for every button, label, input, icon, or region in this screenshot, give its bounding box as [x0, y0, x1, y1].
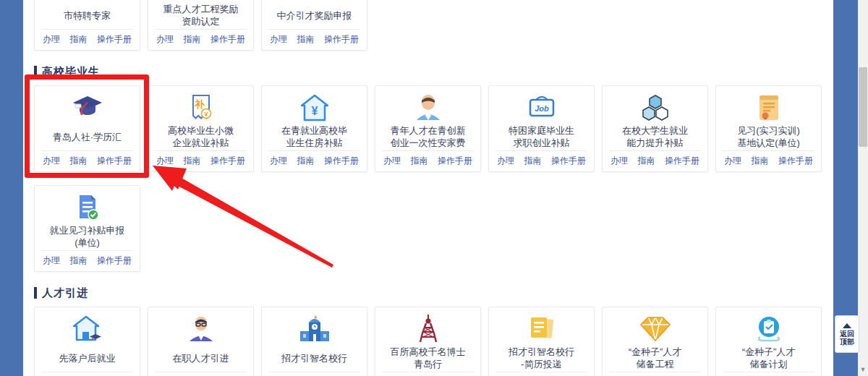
manual-link[interactable]: 操作手册 [97, 155, 132, 167]
service-card[interactable]: 招才引智名校行 办理指南操作手册 [261, 307, 367, 376]
manual-link[interactable]: 操作手册 [551, 155, 586, 167]
service-card-links: 办理指南操作手册 [41, 250, 133, 270]
guide-link[interactable]: 指南 [70, 155, 88, 167]
service-card-title: 招才引智名校行 [278, 344, 350, 372]
service-card-title: 高校毕业生小微 企业就业补贴 [165, 123, 237, 150]
service-card-title: 先落户后就业 [56, 344, 119, 372]
handle-link[interactable]: 办理 [156, 33, 174, 46]
service-card-title: “金种子”人才 储备计划 [739, 344, 799, 372]
card-grid: 先落户后就业 办理指南操作手册 在职人才引进 办理指南操作手册 招才引智名校行 … [34, 307, 830, 376]
svg-text:¥: ¥ [204, 111, 208, 118]
service-card[interactable]: 就业见习补贴申报 (单位) 办理指南操作手册 [34, 185, 140, 272]
service-card[interactable]: Job 特困家庭毕业生 求职创业补贴 办理指南操作手册 [488, 85, 595, 172]
section-title: 人才引进 [42, 286, 88, 300]
section-header: 高校毕业生 [34, 65, 833, 78]
service-card-links: 办理指南操作手册 [268, 150, 360, 170]
guide-link[interactable]: 指南 [638, 155, 655, 167]
service-card[interactable]: 见习(实习实训) 基地认定(单位) 办理指南操作手册 [715, 85, 822, 172]
section-header-bar [34, 66, 37, 77]
handle-link[interactable]: 办理 [43, 155, 60, 167]
service-card-links: 办理指南操作手册 [609, 372, 701, 376]
service-card-links: 办理指南操作手册 [155, 150, 247, 170]
handle-link[interactable]: 办理 [43, 255, 60, 267]
house-graduate-icon [72, 314, 103, 344]
handle-link[interactable]: 办理 [497, 155, 514, 167]
guide-link[interactable]: 指南 [411, 155, 428, 167]
section-title: 高校毕业生 [42, 65, 100, 79]
manual-link[interactable]: 操作手册 [97, 33, 132, 46]
section-header-bar [34, 287, 37, 299]
manual-link[interactable]: 操作手册 [210, 155, 245, 167]
manual-link[interactable]: 操作手册 [778, 155, 813, 167]
campus-building-icon [299, 314, 331, 344]
service-card[interactable]: 市特聘专家 办理指南操作手册 [34, 0, 140, 51]
handle-link[interactable]: 办理 [156, 155, 174, 167]
svg-text:¥: ¥ [311, 105, 318, 117]
handle-link[interactable]: 办理 [43, 33, 60, 46]
guide-link[interactable]: 指南 [70, 255, 88, 267]
section-talent-intro: 人才引进 先落户后就业 办理指南操作手册 在职人才引进 办理指南操作手册 招才引… [34, 286, 833, 376]
guide-link[interactable]: 指南 [524, 155, 542, 167]
service-card[interactable]: 中介引才奖励申报 办理指南操作手册 [261, 0, 367, 51]
scrollbar[interactable]: ▼ [858, 0, 868, 376]
service-card[interactable]: “金种子”人才 储备计划 办理指南操作手册 [715, 307, 822, 376]
back-to-top-button[interactable]: 返回 顶部 [835, 315, 859, 353]
guide-link[interactable]: 指南 [752, 155, 769, 167]
service-card[interactable]: 青岛人社·学历汇 办理指南操作手册 [34, 85, 140, 172]
manual-link[interactable]: 操作手册 [324, 33, 359, 46]
service-card-links: 办理指南操作手册 [723, 150, 814, 170]
scrollbar-thumb[interactable] [859, 67, 867, 147]
resume-documents-icon [528, 314, 556, 344]
clipboard-plan-icon [754, 314, 784, 344]
young-person-icon [414, 93, 443, 123]
service-card[interactable]: 青年人才在青创新 创业一次性安家费 办理指南操作手册 [375, 85, 481, 172]
service-card-title: 市特聘专家 [61, 1, 114, 29]
handle-link[interactable]: 办理 [383, 155, 401, 167]
service-card[interactable]: 招才引智名校行 -简历投递 办理指南操作手册 [488, 307, 595, 376]
section-header: 人才引进 [34, 286, 833, 299]
service-card-links: 办理指南操作手册 [495, 372, 587, 376]
handle-link[interactable]: 办理 [610, 155, 628, 167]
service-card-links: 办理指南操作手册 [155, 29, 247, 48]
service-card-links: 办理指南操作手册 [609, 150, 701, 170]
service-card-links: 办理指南操作手册 [495, 150, 587, 170]
service-card[interactable]: 重点人才工程奖励 资助认定 办理指南操作手册 [148, 0, 254, 51]
service-card-links: 办理指南操作手册 [268, 372, 360, 376]
professional-person-icon [187, 314, 216, 344]
service-card-title: 青年人才在青创新 创业一次性安家费 [388, 123, 469, 150]
service-card-title: 见习(实习实训) 基地认定(单位) [734, 123, 803, 150]
document-check-icon [75, 192, 101, 223]
service-card[interactable]: 补¥ 高校毕业生小微 企业就业补贴 办理指南操作手册 [148, 85, 254, 172]
service-card[interactable]: 在职人才引进 办理指南操作手册 [148, 307, 254, 376]
handle-link[interactable]: 办理 [724, 155, 741, 167]
service-card-title: 重点人才工程奖励 资助认定 [161, 1, 242, 29]
handle-link[interactable]: 办理 [270, 155, 287, 167]
manual-link[interactable]: 操作手册 [324, 155, 359, 167]
left-page-gutter [0, 0, 23, 376]
hexagon-molecules-icon [642, 93, 669, 123]
service-card[interactable]: “金种子”人才 储备工程 办理指南操作手册 [602, 307, 708, 376]
guide-link[interactable]: 指南 [184, 155, 201, 167]
service-card-title: 特困家庭毕业生 求职创业补贴 [506, 123, 577, 150]
guide-link[interactable]: 指南 [297, 155, 315, 167]
service-card-title: 青岛人社·学历汇 [50, 123, 124, 150]
section-graduates: 高校毕业生 青岛人社·学历汇 办理指南操作手册 补¥ 高校毕业生小微 企业就业补… [34, 65, 833, 272]
service-card[interactable]: 在校大学生就业 能力提升补贴 办理指南操作手册 [602, 85, 708, 172]
guide-link[interactable]: 指南 [70, 33, 88, 46]
service-card[interactable]: ¥ 在青就业高校毕 业生住房补贴 办理指南操作手册 [261, 85, 367, 172]
guide-link[interactable]: 指南 [184, 33, 201, 46]
service-card-title: 招才引智名校行 -简历投递 [506, 344, 577, 372]
service-card-title: 在青就业高校毕 业生住房补贴 [278, 123, 350, 150]
handle-link[interactable]: 办理 [270, 33, 287, 46]
service-card[interactable]: 百所高校千名博士 青岛行 办理指南操作手册 [375, 307, 481, 376]
manual-link[interactable]: 操作手册 [210, 33, 245, 46]
graduation-cap-icon [72, 93, 103, 123]
scroll-down-icon[interactable]: ▼ [858, 364, 868, 375]
service-card-links: 办理指南操作手册 [723, 372, 814, 376]
guide-link[interactable]: 指南 [297, 33, 315, 46]
service-card[interactable]: 先落户后就业 办理指南操作手册 [34, 307, 140, 376]
manual-link[interactable]: 操作手册 [665, 155, 699, 167]
service-card-links: 办理指南操作手册 [382, 150, 474, 170]
manual-link[interactable]: 操作手册 [438, 155, 472, 167]
manual-link[interactable]: 操作手册 [97, 255, 132, 267]
